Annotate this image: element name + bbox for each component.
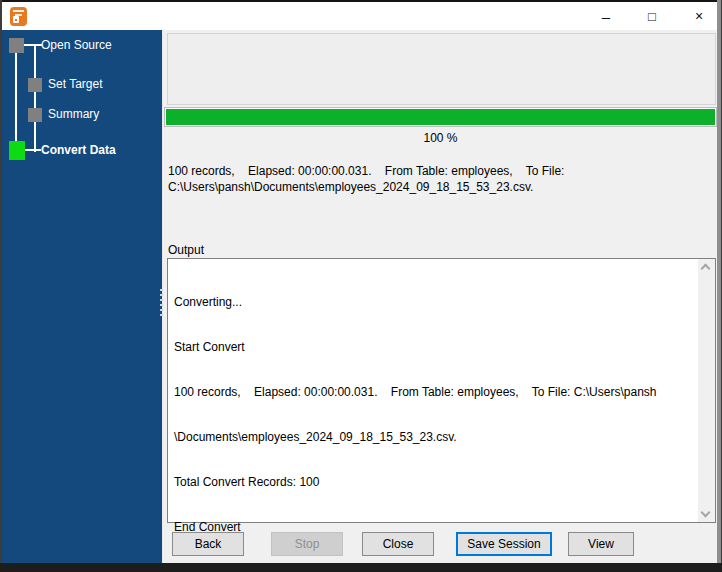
- close-window-button[interactable]: ×: [677, 2, 721, 30]
- progress-fill: [166, 109, 715, 125]
- step-marker-set-target: [28, 78, 42, 92]
- window-border-left: [0, 0, 2, 572]
- scroll-down-icon[interactable]: [701, 508, 711, 518]
- sidebar-item-set-target: Set Target: [48, 77, 102, 91]
- app-icon-detail: [15, 19, 17, 21]
- close-button[interactable]: Close: [362, 532, 434, 556]
- output-line: Start Convert: [174, 340, 693, 355]
- window-border-bottom: [0, 563, 722, 572]
- step-marker-open-source: [9, 38, 24, 53]
- output-line: Converting...: [174, 295, 693, 310]
- wizard-step-sidebar: Open Source Set Target Summary Convert D…: [2, 30, 163, 563]
- output-line: Total Convert Records: 100: [174, 475, 693, 490]
- step-marker-summary: [28, 108, 42, 122]
- step-connector-line: [34, 45, 36, 152]
- app-icon-detail: [13, 10, 24, 12]
- output-line: \Documents\employees_2024_09_18_15_53_23…: [174, 430, 693, 445]
- output-log-box[interactable]: Converting... Start Convert 100 records,…: [167, 258, 716, 523]
- minimize-button[interactable]: –: [584, 2, 628, 30]
- output-scrollbar[interactable]: [698, 259, 715, 522]
- progress-percent-label: 100 %: [164, 131, 717, 145]
- save-session-button[interactable]: Save Session: [456, 532, 552, 556]
- output-section-label: Output: [168, 243, 204, 257]
- window-border-right[interactable]: [717, 0, 722, 572]
- app-icon: [10, 7, 27, 26]
- step-connector-line: [15, 52, 17, 142]
- status-line-2: C:\Users\pansh\Documents\employees_2024_…: [168, 180, 533, 194]
- empty-message-panel: [167, 33, 716, 105]
- output-log-text: Converting... Start Convert 100 records,…: [174, 265, 693, 565]
- app-window: – □ × Open Source Set Target Summary Con…: [0, 0, 722, 572]
- stop-button[interactable]: Stop: [271, 532, 343, 556]
- view-button[interactable]: View: [568, 532, 634, 556]
- conversion-status-text: 100 records, Elapsed: 00:00:00.031. From…: [168, 163, 713, 195]
- status-line-1: 100 records, Elapsed: 00:00:00.031. From…: [168, 164, 564, 178]
- window-border-top: [0, 0, 722, 2]
- titlebar: – □ ×: [2, 2, 717, 30]
- sidebar-item-open-source: Open Source: [41, 38, 112, 52]
- conversion-progress-bar: [164, 107, 717, 127]
- output-line: 100 records, Elapsed: 00:00:00.031. From…: [174, 385, 693, 400]
- sidebar-item-summary: Summary: [48, 107, 99, 121]
- back-button[interactable]: Back: [172, 532, 244, 556]
- scroll-up-icon[interactable]: [701, 264, 711, 274]
- sidebar-item-convert-data: Convert Data: [41, 143, 116, 157]
- step-marker-convert-data-active: [9, 141, 25, 160]
- step-connector-line: [24, 44, 42, 46]
- maximize-button[interactable]: □: [630, 2, 674, 30]
- step-connector-line: [25, 149, 41, 151]
